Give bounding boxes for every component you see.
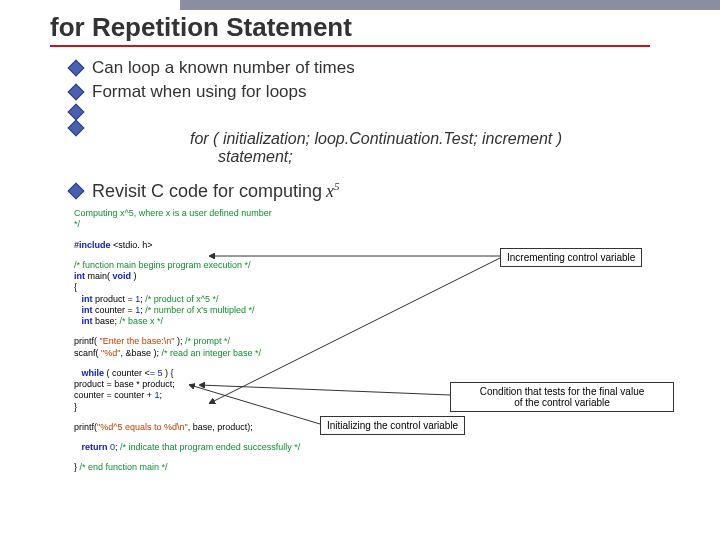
svg-line-1 [210, 258, 500, 403]
svg-line-3 [190, 385, 320, 424]
arrows [0, 0, 720, 540]
svg-line-2 [200, 385, 450, 395]
